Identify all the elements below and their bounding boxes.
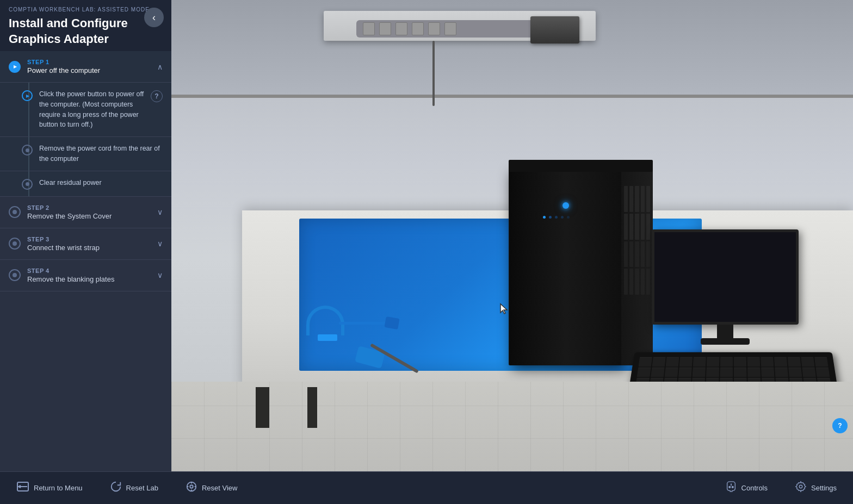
step-1-item-2[interactable]: Remove the power cord from the rear of t… <box>0 137 171 171</box>
key <box>693 357 706 366</box>
help-badge[interactable]: ? <box>832 418 848 433</box>
step-1-item-1-indicator <box>22 90 33 101</box>
led-4 <box>561 216 564 219</box>
key <box>775 368 788 377</box>
bottom-toolbar: Return to Menu Reset Lab <box>0 471 853 504</box>
key <box>774 357 787 366</box>
wrist-strap-group <box>306 306 344 335</box>
step-1-item-2-indicator <box>22 145 33 155</box>
vent <box>635 269 639 295</box>
key <box>637 368 651 377</box>
reset-view-label: Reset View <box>202 484 238 492</box>
reset-lab-icon <box>110 481 122 495</box>
back-button[interactable]: ‹ <box>144 8 164 27</box>
controls-label: Controls <box>741 484 768 492</box>
settings-label: Settings <box>811 484 837 492</box>
floor-tiles <box>171 382 853 471</box>
step-1-indicator <box>9 61 21 73</box>
help-icon[interactable]: ? <box>151 90 163 102</box>
return-icon <box>16 480 29 496</box>
step-1-label: STEP 1 Power off the computer <box>27 59 153 74</box>
step-1-item-3-indicator <box>22 179 33 190</box>
vent <box>641 269 645 295</box>
step-4-chevron-icon: ∨ <box>157 271 163 279</box>
reset-view-button[interactable]: Reset View <box>180 477 243 499</box>
vent <box>635 186 639 212</box>
outlet-5 <box>428 22 440 35</box>
monitor-screen <box>652 229 799 325</box>
reset-lab-button[interactable]: Reset Lab <box>104 477 164 499</box>
step-1-item-1[interactable]: Click the power button to power off the … <box>0 83 171 137</box>
power-strip <box>356 20 541 38</box>
help-badge-icon: ? <box>838 422 842 430</box>
step-1-item-2-text: Remove the power cord from the rear of t… <box>39 144 163 164</box>
sidebar: COMPTIA WORKBENCH LAB: ASSISTED MODE Ins… <box>0 0 171 471</box>
key <box>720 368 733 377</box>
vent <box>624 241 628 267</box>
key <box>761 357 774 366</box>
controls-button[interactable]: Controls <box>720 477 773 499</box>
outlet-1 <box>363 22 375 35</box>
key <box>747 368 761 377</box>
key <box>802 368 815 377</box>
key <box>814 357 828 366</box>
step-4-label: STEP 4 Remove the blanking plates <box>27 267 153 283</box>
strap-cord <box>339 322 388 325</box>
key <box>666 357 679 366</box>
key <box>734 357 746 366</box>
steps-container: STEP 1 Power off the computer ∧ Click th… <box>0 51 171 471</box>
key <box>665 368 678 377</box>
led-indicators <box>543 216 570 219</box>
key <box>707 357 720 366</box>
vent <box>635 214 639 240</box>
step-2-header[interactable]: STEP 2 Remove the System Cover ∨ <box>0 197 171 228</box>
step-1-content: Click the power button to power off the … <box>0 83 171 197</box>
key <box>761 368 774 377</box>
step-1-item-3[interactable]: Clear residual power <box>0 171 171 196</box>
step-4-number: STEP 4 <box>27 267 153 274</box>
desk-leg-2 <box>307 387 317 428</box>
vent <box>641 186 645 212</box>
step-2-chevron-icon: ∨ <box>157 208 163 216</box>
step-1-header[interactable]: STEP 1 Power off the computer ∧ <box>0 51 171 83</box>
outlet-4 <box>412 22 424 35</box>
key <box>801 357 814 366</box>
led-2 <box>549 216 552 219</box>
main-viewport[interactable]: ? <box>171 0 853 471</box>
vent <box>629 241 633 267</box>
key <box>788 357 801 366</box>
settings-icon <box>795 481 807 495</box>
3d-scene <box>171 0 853 471</box>
strap-tip <box>384 316 399 329</box>
key <box>678 368 692 377</box>
settings-button[interactable]: Settings <box>789 477 842 499</box>
svg-point-9 <box>728 487 730 488</box>
tower-top <box>509 160 653 172</box>
led-3 <box>555 216 558 219</box>
return-to-menu-button[interactable]: Return to Menu <box>11 477 88 499</box>
step-2-name: Remove the System Cover <box>27 212 153 220</box>
power-button[interactable] <box>563 202 569 209</box>
pc-tower[interactable] <box>509 170 623 365</box>
monitor-base <box>701 338 750 345</box>
vent <box>646 214 650 240</box>
step-3-chevron-icon: ∨ <box>157 239 163 248</box>
back-icon: ‹ <box>152 12 156 23</box>
key <box>815 368 830 377</box>
vent <box>635 241 639 267</box>
hard-drive <box>530 16 579 43</box>
step-2-number: STEP 2 <box>27 204 153 211</box>
monitor <box>652 229 799 338</box>
svg-point-10 <box>732 487 733 488</box>
floor <box>171 382 853 471</box>
key <box>747 357 761 366</box>
power-cord <box>432 41 435 106</box>
monitor-neck <box>717 325 733 338</box>
step-1-chevron-icon: ∧ <box>157 63 163 71</box>
reset-lab-label: Reset Lab <box>126 484 158 492</box>
strap-clasp <box>318 334 337 341</box>
step-4-header[interactable]: STEP 4 Remove the blanking plates ∨ <box>0 260 171 291</box>
key <box>734 368 747 377</box>
step-3-header[interactable]: STEP 3 Connect the wrist strap ∨ <box>0 228 171 260</box>
toolbar-left: Return to Menu Reset Lab <box>11 477 243 499</box>
